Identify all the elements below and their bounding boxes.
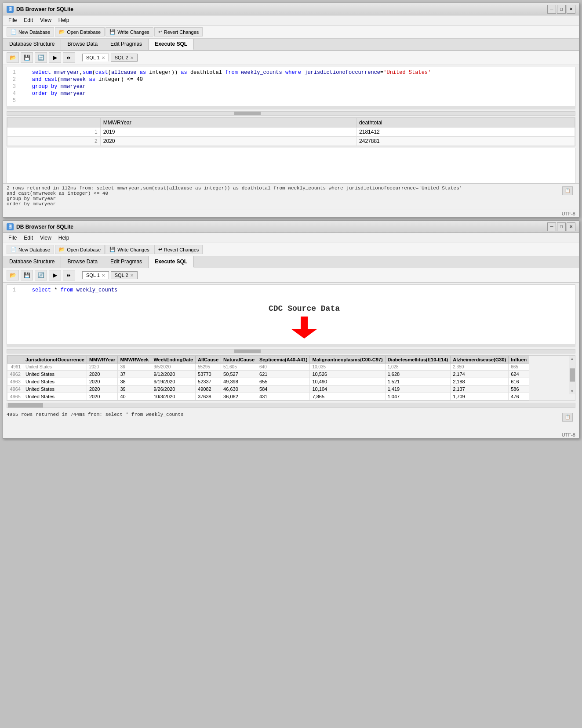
maximize-btn-1[interactable]: □ bbox=[557, 5, 566, 14]
col-malignant[interactable]: Malignantneoplasms(C00-C97) bbox=[310, 356, 385, 364]
code-editor-2[interactable]: 1 select * from weekly_counts CDC Source… bbox=[7, 284, 575, 347]
rownum-1-1: 1 bbox=[7, 127, 101, 137]
cell-ac-4963: 52337 bbox=[196, 378, 221, 386]
tab-execute-sql-1[interactable]: Execute SQL bbox=[149, 39, 194, 50]
sql-tab-2-1[interactable]: SQL 2 ✕ bbox=[111, 54, 138, 62]
sql-refresh-btn-2[interactable]: 🔄 bbox=[35, 270, 47, 280]
sql-tab-2-2-close[interactable]: ✕ bbox=[130, 273, 134, 278]
copy-icon-1[interactable]: 📋 bbox=[562, 186, 573, 195]
tab-edit-pragmas-2[interactable]: Edit Pragmas bbox=[104, 256, 149, 268]
cell-y-4964: 2020 bbox=[87, 386, 118, 393]
col-jurisdiction[interactable]: JurisdictionofOccurrence bbox=[23, 356, 87, 364]
close-btn-2[interactable]: ✕ bbox=[567, 222, 575, 231]
col-mmwryear[interactable]: MMWRYear bbox=[87, 356, 118, 364]
sql-tab-1-2[interactable]: SQL 1 ✕ bbox=[82, 271, 109, 279]
status-text-2: 4965 rows returned in 744ms from: select… bbox=[7, 412, 562, 417]
code-line-1: 1 select mmwryear,sum(cast(allcause as i… bbox=[9, 69, 573, 76]
hscrollbar-2[interactable] bbox=[7, 349, 575, 353]
status-icon-2: 📋 bbox=[562, 412, 575, 422]
sql-save-btn-1[interactable]: 💾 bbox=[21, 52, 33, 63]
copy-icon-2[interactable]: 📋 bbox=[562, 413, 573, 422]
write-icon-2: 💾 bbox=[109, 247, 116, 252]
cell-d-4964: 9/26/2020 bbox=[151, 386, 196, 393]
code-line-2: 2 and cast(mmwrweek as integer) <= 40 bbox=[9, 76, 573, 83]
main-toolbar-1: 📄 New Database 📂 Open Database 💾 Write C… bbox=[3, 25, 579, 39]
cell-w-4962: 37 bbox=[118, 371, 151, 378]
col-weekending[interactable]: WeekEndingDate bbox=[151, 356, 196, 364]
sql-tab-1-close[interactable]: ✕ bbox=[102, 55, 105, 60]
menu-file-1[interactable]: File bbox=[5, 16, 20, 24]
sql-tab-2-2[interactable]: SQL 2 ✕ bbox=[111, 271, 138, 279]
rn-4962: 4962 bbox=[7, 371, 23, 378]
results-big-table-2: JurisdictionofOccurrence MMWRYear MMWRWe… bbox=[7, 356, 529, 400]
title-bar-2: 🗄 DB Browser for SQLite ─ □ ✕ bbox=[3, 221, 579, 233]
code-editor-1[interactable]: 1 select mmwryear,sum(cast(allcause as i… bbox=[7, 67, 575, 109]
menu-file-2[interactable]: File bbox=[5, 234, 20, 242]
sql-tab-2-close[interactable]: ✕ bbox=[130, 55, 134, 60]
col-deathtotal-1[interactable]: deathtotal bbox=[356, 118, 575, 127]
vscroll-up[interactable]: ▲ bbox=[570, 357, 574, 361]
sql-stop-btn-1[interactable]: ⏭ bbox=[63, 52, 75, 63]
col-diabetes[interactable]: Diabetesmellitus(E10-E14) bbox=[385, 356, 451, 364]
menu-help-1[interactable]: Help bbox=[55, 16, 73, 24]
minimize-btn-1[interactable]: ─ bbox=[547, 5, 556, 14]
menu-view-1[interactable]: View bbox=[36, 16, 55, 24]
tab-db-structure-1[interactable]: Database Structure bbox=[3, 39, 61, 50]
open-db-btn-1[interactable]: 📂 Open Database bbox=[55, 27, 105, 36]
table-scroll-2[interactable]: JurisdictionofOccurrence MMWRYear MMWRWe… bbox=[7, 356, 575, 400]
sql-save-btn-2[interactable]: 💾 bbox=[21, 270, 33, 280]
sql-icon-btn-1[interactable]: 📂 bbox=[7, 52, 19, 63]
cell-w-4961: 36 bbox=[118, 364, 151, 371]
col-allcause[interactable]: AllCause bbox=[196, 356, 221, 364]
window-2: 🗄 DB Browser for SQLite ─ □ ✕ File Edit … bbox=[3, 220, 579, 439]
revert-label-1: Revert Changes bbox=[164, 29, 199, 35]
sql-tab-1-1[interactable]: SQL 1 ✕ bbox=[82, 54, 109, 62]
window-title-1: DB Browser for SQLite bbox=[16, 6, 73, 12]
col-naturalcause[interactable]: NaturalCause bbox=[221, 356, 257, 364]
sql-run-btn-2[interactable]: ▶ bbox=[49, 270, 61, 280]
col-alzheimer[interactable]: Alzheimerdisease(G30) bbox=[451, 356, 509, 364]
status-icon-1: 📋 bbox=[562, 186, 575, 195]
col-rn[interactable] bbox=[7, 356, 23, 364]
tab-execute-sql-2[interactable]: Execute SQL bbox=[149, 256, 194, 268]
tab-browse-data-2[interactable]: Browse Data bbox=[61, 256, 104, 268]
sql-tab-1-2-close[interactable]: ✕ bbox=[102, 273, 105, 278]
menu-edit-1[interactable]: Edit bbox=[20, 16, 36, 24]
cell-nc-4962: 50,527 bbox=[221, 371, 257, 378]
tab-edit-pragmas-1[interactable]: Edit Pragmas bbox=[104, 39, 149, 50]
vscroll-down[interactable]: ▼ bbox=[570, 389, 574, 393]
sql-run-btn-1[interactable]: ▶ bbox=[49, 52, 61, 63]
cell-s-4964: 584 bbox=[257, 386, 310, 393]
new-db-btn-2[interactable]: 📄 New Database bbox=[7, 245, 54, 254]
vscrollbar-2[interactable]: ▲ ▼ bbox=[569, 356, 575, 394]
arrow-container bbox=[35, 317, 573, 342]
col-septicemia[interactable]: Septicemia(A40-A41) bbox=[257, 356, 310, 364]
col-mmwryear-1[interactable]: MMWRYear bbox=[100, 118, 356, 127]
cell-a-4962: 2,174 bbox=[451, 371, 509, 378]
sql-refresh-btn-1[interactable]: 🔄 bbox=[35, 52, 47, 63]
write-changes-btn-1[interactable]: 💾 Write Changes bbox=[105, 27, 153, 36]
write-changes-btn-2[interactable]: 💾 Write Changes bbox=[105, 245, 153, 254]
col-mmwrweek[interactable]: MMWRWeek bbox=[118, 356, 151, 364]
menu-view-2[interactable]: View bbox=[36, 234, 55, 242]
cell-a-4963: 2,188 bbox=[451, 378, 509, 386]
new-db-btn-1[interactable]: 📄 New Database bbox=[7, 27, 54, 36]
col-influen[interactable]: Influen bbox=[509, 356, 529, 364]
minimize-btn-2[interactable]: ─ bbox=[547, 222, 556, 231]
hscrollbar-1[interactable] bbox=[7, 111, 575, 116]
tab-db-structure-2[interactable]: Database Structure bbox=[3, 256, 61, 268]
cell-d-4963: 9/19/2020 bbox=[151, 378, 196, 386]
revert-btn-1[interactable]: ↩ Revert Changes bbox=[154, 27, 203, 36]
close-btn-1[interactable]: ✕ bbox=[567, 5, 575, 14]
cell-i-4961: 665 bbox=[509, 364, 529, 371]
new-db-label-1: New Database bbox=[18, 29, 50, 35]
menu-help-2[interactable]: Help bbox=[55, 234, 73, 242]
sql-icon-btn-2[interactable]: 📂 bbox=[7, 270, 19, 280]
open-db-btn-2[interactable]: 📂 Open Database bbox=[55, 245, 105, 254]
revert-btn-2[interactable]: ↩ Revert Changes bbox=[154, 245, 203, 254]
maximize-btn-2[interactable]: □ bbox=[557, 222, 566, 231]
tab-browse-data-1[interactable]: Browse Data bbox=[61, 39, 104, 50]
menu-edit-2[interactable]: Edit bbox=[20, 234, 36, 242]
sql-stop-btn-2[interactable]: ⏭ bbox=[63, 270, 75, 280]
hscrollbar-bottom-2[interactable] bbox=[7, 403, 575, 408]
